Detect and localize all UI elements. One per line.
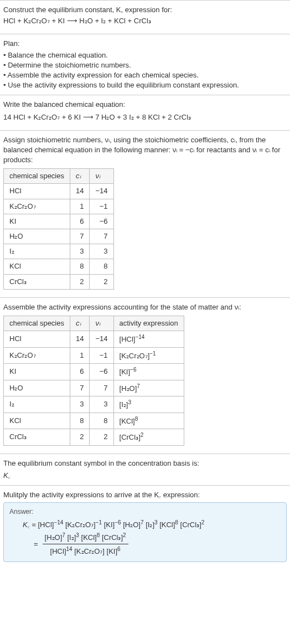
col-activity: activity expression <box>113 316 184 331</box>
table-row: K₂Cr₂O₇1−1 <box>4 199 114 214</box>
plan-item: • Balance the chemical equation. <box>3 50 287 60</box>
activity-table: chemical species cᵢ νᵢ activity expressi… <box>3 316 184 446</box>
table-header-row: chemical species cᵢ νᵢ activity expressi… <box>4 316 184 331</box>
cell-species: HCl <box>4 331 70 348</box>
cell-nu: 7 <box>90 380 113 396</box>
table-row: H₂O77 <box>4 229 114 244</box>
plan-item: • Determine the stoichiometric numbers. <box>3 60 287 70</box>
cell-c: 7 <box>70 229 90 244</box>
cell-species: K₂Cr₂O₇ <box>4 199 70 214</box>
intro-equation: HCl + K₂Cr₂O₇ + KI ⟶ H₂O + I₂ + KCl + Cr… <box>3 16 287 26</box>
table-row: KI6−6 <box>4 214 114 229</box>
plan-header: Plan: <box>3 39 287 49</box>
plan-section: Plan: • Balance the chemical equation. •… <box>0 34 290 95</box>
table-row: KCl88 <box>4 259 114 274</box>
activity-section: Assemble the activity expressions accoun… <box>0 297 290 454</box>
conc-basis-text: The equilibrium constant symbol in the c… <box>3 458 287 468</box>
cell-species: HCl <box>4 184 70 199</box>
plan-item: • Assemble the activity expression for e… <box>3 70 287 80</box>
cell-nu: 2 <box>90 429 113 446</box>
cell-activity: [CrCl₃]2 <box>113 429 184 446</box>
cell-species: H₂O <box>4 380 70 396</box>
stoich-section: Assign stoichiometric numbers, νᵢ, using… <box>0 130 290 297</box>
col-nu: νᵢ <box>90 316 113 331</box>
cell-activity: [HCl]−14 <box>113 331 184 348</box>
kc-expression-flat: [HCl]−14 [K₂Cr₂O₇]−1 [KI]−6 [H₂O]7 [I₂]3… <box>38 521 205 529</box>
cell-species: CrCl₃ <box>4 429 70 446</box>
cell-species: KCl <box>4 259 70 274</box>
cell-species: K₂Cr₂O₇ <box>4 347 70 364</box>
table-row: HCl14−14[HCl]−14 <box>4 331 184 348</box>
answer-label: Answer: <box>9 507 281 517</box>
equals-sign: = <box>34 539 38 549</box>
cell-activity: [K₂Cr₂O₇]−1 <box>113 347 184 364</box>
col-species: chemical species <box>4 316 70 331</box>
cell-c: 8 <box>70 259 90 274</box>
cell-species: I₂ <box>4 396 70 413</box>
cell-species: I₂ <box>4 244 70 259</box>
multiply-section: Mulitply the activity expressions to arr… <box>0 485 290 566</box>
intro-section: Construct the equilibrium constant, K, e… <box>0 0 290 34</box>
activity-text: Assemble the activity expressions accoun… <box>3 302 287 312</box>
multiply-text: Mulitply the activity expressions to arr… <box>3 490 287 500</box>
cell-nu: −1 <box>90 199 113 214</box>
balanced-label: Write the balanced chemical equation: <box>3 100 287 110</box>
cell-nu: 8 <box>90 413 113 429</box>
cell-species: KI <box>4 214 70 229</box>
cell-nu: 8 <box>90 259 113 274</box>
table-header-row: chemical species cᵢ νᵢ <box>4 169 114 184</box>
cell-nu: −1 <box>90 347 113 364</box>
cell-nu: −6 <box>90 214 113 229</box>
cell-activity: [KI]−6 <box>113 364 184 380</box>
table-row: I₂33[I₂]3 <box>4 396 184 413</box>
cell-c: 2 <box>70 429 90 446</box>
col-c: cᵢ <box>70 316 90 331</box>
table-row: CrCl₃22 <box>4 274 114 289</box>
cell-activity: [I₂]3 <box>113 396 184 413</box>
cell-c: 8 <box>70 413 90 429</box>
stoich-text: Assign stoichiometric numbers, νᵢ, using… <box>3 135 287 166</box>
stoich-table: chemical species cᵢ νᵢ HCl14−14K₂Cr₂O₇1−… <box>3 168 114 290</box>
table-row: I₂33 <box>4 244 114 259</box>
table-row: K₂Cr₂O₇1−1[K₂Cr₂O₇]−1 <box>4 347 184 364</box>
table-row: KCl88[KCl]8 <box>4 413 184 429</box>
fraction-numerator: [H₂O]7 [I₂]3 [KCl]8 [CrCl₃]2 <box>43 532 128 545</box>
cell-species: KCl <box>4 413 70 429</box>
balanced-equation: 14 HCl + K₂Cr₂O₇ + 6 KI ⟶ 7 H₂O + 3 I₂ +… <box>3 112 287 122</box>
intro-text: Construct the equilibrium constant, K, e… <box>3 5 287 15</box>
cell-nu: 2 <box>90 274 113 289</box>
cell-nu: 7 <box>90 229 113 244</box>
cell-activity: [H₂O]7 <box>113 380 184 396</box>
col-species: chemical species <box>4 169 70 184</box>
balanced-section: Write the balanced chemical equation: 14… <box>0 95 290 130</box>
cell-nu: 3 <box>90 244 113 259</box>
table-row: CrCl₃22[CrCl₃]2 <box>4 429 184 446</box>
plan-item: • Use the activity expressions to build … <box>3 80 287 90</box>
cell-c: 14 <box>70 184 90 199</box>
conc-basis-section: The equilibrium constant symbol in the c… <box>0 454 290 485</box>
cell-activity: [KCl]8 <box>113 413 184 429</box>
cell-c: 6 <box>70 364 90 380</box>
kc-line-2: = [H₂O]7 [I₂]3 [KCl]8 [CrCl₃]2 [HCl]14 [… <box>34 532 281 557</box>
cell-c: 1 <box>70 347 90 364</box>
kc-line-1: K꜀ = [HCl]−14 [K₂Cr₂O₇]−1 [KI]−6 [H₂O]7 … <box>23 519 281 530</box>
cell-species: KI <box>4 364 70 380</box>
fraction-denominator: [HCl]14 [K₂Cr₂O₇] [KI]6 <box>43 544 128 557</box>
cell-c: 3 <box>70 396 90 413</box>
cell-c: 2 <box>70 274 90 289</box>
cell-c: 14 <box>70 331 90 348</box>
cell-nu: −14 <box>90 331 113 348</box>
table-row: H₂O77[H₂O]7 <box>4 380 184 396</box>
col-nu: νᵢ <box>90 169 113 184</box>
kc-symbol: K꜀ <box>3 471 287 481</box>
table-row: KI6−6[KI]−6 <box>4 364 184 380</box>
kc-fraction: [H₂O]7 [I₂]3 [KCl]8 [CrCl₃]2 [HCl]14 [K₂… <box>43 532 128 557</box>
cell-nu: −6 <box>90 364 113 380</box>
cell-species: CrCl₃ <box>4 274 70 289</box>
cell-c: 6 <box>70 214 90 229</box>
table-row: HCl14−14 <box>4 184 114 199</box>
cell-c: 7 <box>70 380 90 396</box>
col-c: cᵢ <box>70 169 90 184</box>
cell-species: H₂O <box>4 229 70 244</box>
kc-prefix: K꜀ = <box>23 521 38 529</box>
